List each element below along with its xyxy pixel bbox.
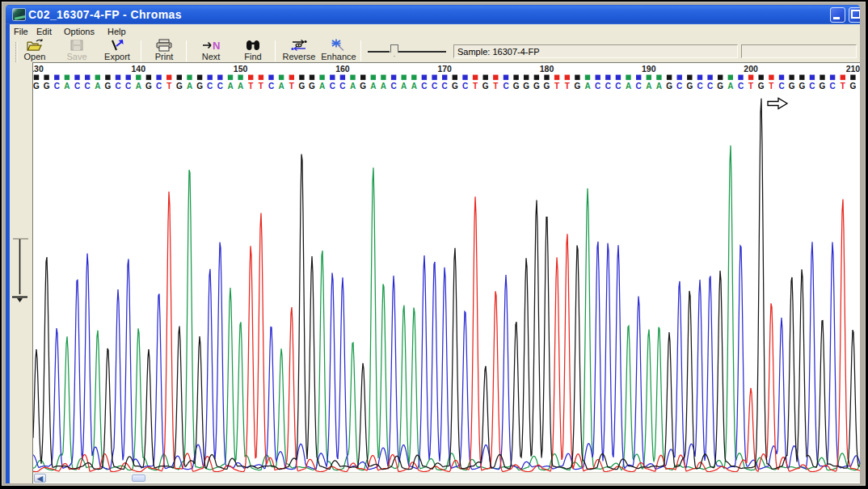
svg-text:C: C (503, 82, 508, 91)
svg-text:C: C (636, 82, 642, 91)
svg-text:C: C (707, 82, 713, 91)
svg-text:C: C (829, 82, 835, 91)
svg-text:C: C (462, 82, 468, 91)
svg-text:A: A (187, 82, 192, 91)
svg-text:A: A (370, 82, 376, 91)
svg-text:G: G (513, 82, 520, 91)
svg-text:A: A (278, 82, 284, 91)
svg-text:G: G (758, 82, 765, 91)
svg-text:C: C (125, 82, 131, 91)
svg-text:G: G (196, 82, 203, 91)
svg-text:A: A (411, 82, 417, 91)
svg-text:G: G (44, 82, 50, 91)
svg-text:C: C (676, 82, 682, 91)
svg-text:190: 190 (642, 64, 656, 74)
svg-text:G: G (544, 82, 550, 91)
svg-text:A: A (319, 82, 325, 91)
svg-text:A: A (584, 82, 590, 91)
svg-text:C: C (54, 82, 60, 91)
svg-text:G: G (850, 82, 857, 91)
svg-text:150: 150 (234, 64, 248, 74)
svg-text:C: C (778, 82, 784, 91)
svg-text:G: G (176, 82, 183, 91)
svg-text:T: T (565, 82, 570, 91)
svg-text:G: G (33, 82, 40, 91)
svg-text:C: C (442, 82, 448, 91)
svg-text:C: C (207, 82, 213, 91)
svg-text:G: G (717, 82, 723, 91)
svg-text:T: T (473, 82, 478, 91)
svg-text:170: 170 (437, 64, 452, 74)
svg-text:T: T (259, 82, 263, 91)
svg-text:G: G (360, 82, 366, 91)
svg-text:C: C (268, 82, 274, 91)
svg-text:A: A (727, 82, 733, 91)
svg-text:C: C (115, 82, 120, 91)
svg-text:G: G (789, 82, 795, 91)
svg-text:180: 180 (540, 64, 554, 74)
svg-text:G: G (686, 82, 693, 91)
svg-text:A: A (64, 82, 70, 91)
svg-text:C: C (605, 82, 611, 91)
svg-text:A: A (350, 82, 356, 91)
svg-text:210: 210 (846, 64, 861, 74)
svg-text:T: T (289, 82, 294, 91)
svg-text:T: T (493, 82, 498, 91)
svg-text:C: C (809, 82, 815, 91)
svg-text:C: C (156, 82, 162, 91)
svg-text:C: C (390, 82, 396, 91)
svg-text:G: G (452, 82, 458, 91)
svg-text:A: A (136, 82, 141, 91)
svg-text:C: C (339, 82, 345, 91)
svg-text:G: G (533, 82, 540, 91)
svg-text:T: T (554, 82, 559, 91)
svg-text:C: C (217, 82, 223, 91)
svg-text:A: A (238, 82, 243, 91)
svg-text:G: G (523, 82, 529, 91)
svg-text:200: 200 (744, 64, 758, 74)
svg-text:160: 160 (335, 64, 350, 74)
svg-text:G: G (666, 82, 672, 91)
svg-text:G: G (299, 82, 305, 91)
svg-text:A: A (227, 82, 233, 91)
svg-text:C: C (595, 82, 600, 91)
svg-text:G: G (309, 82, 315, 91)
svg-text:C: C (615, 82, 621, 91)
svg-text:A: A (626, 82, 631, 91)
svg-text:G: G (820, 82, 826, 91)
svg-text:G: G (145, 82, 152, 91)
svg-text:G: G (798, 82, 805, 91)
svg-text:C: C (85, 82, 91, 91)
svg-text:T: T (248, 82, 253, 91)
svg-text:G: G (105, 82, 112, 91)
svg-text:T: T (841, 82, 845, 91)
svg-text:C: C (432, 82, 437, 91)
svg-text:C: C (330, 82, 335, 91)
svg-text:140: 140 (132, 64, 146, 74)
svg-text:C: C (74, 82, 80, 91)
svg-text:A: A (381, 82, 386, 91)
svg-text:A: A (646, 82, 651, 91)
svg-text:G: G (575, 82, 581, 91)
svg-text:A: A (95, 82, 100, 91)
svg-text:T: T (748, 82, 753, 91)
svg-text:T: T (166, 82, 171, 91)
svg-text:C: C (738, 82, 744, 91)
svg-text:A: A (656, 82, 662, 91)
svg-text:T: T (769, 82, 773, 91)
svg-text:G: G (482, 82, 489, 91)
svg-text:130: 130 (33, 64, 44, 74)
svg-text:A: A (401, 82, 407, 91)
svg-text:C: C (421, 82, 427, 91)
svg-text:N: N (213, 40, 220, 52)
svg-text:C: C (697, 82, 702, 91)
